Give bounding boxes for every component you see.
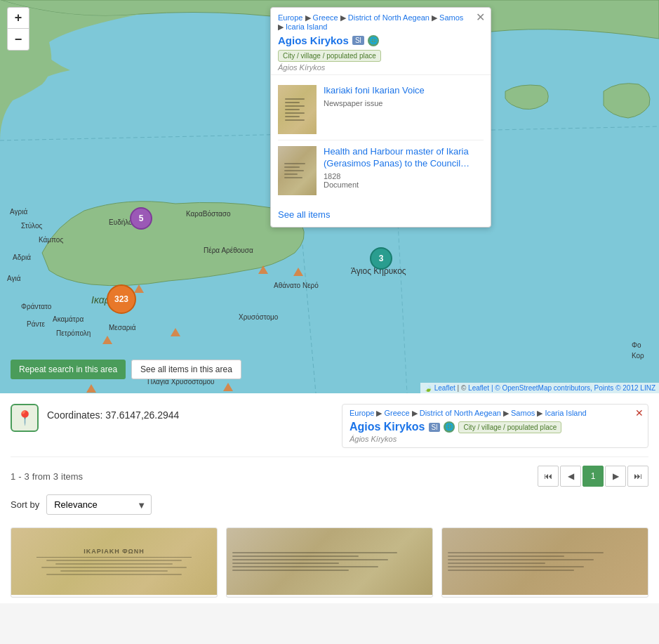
- map-container: Ικαρία Αγριά Στύλος Κάμπος Αδριά Αγιά Φρ…: [0, 0, 659, 393]
- breadcrumb-greece[interactable]: Greece: [313, 13, 338, 22]
- svg-text:Κάμπος: Κάμπος: [39, 236, 63, 244]
- badge-s: Sl: [352, 36, 364, 45]
- map-popup: Europe ▶ Greece ▶ District of North Aege…: [270, 7, 491, 228]
- popup-item-title[interactable]: Health and Harbour master of Ikaria (Ger…: [324, 146, 484, 170]
- loc-breadcrumb-greece[interactable]: Greece: [385, 409, 410, 417]
- svg-text:Στύλος: Στύλος: [21, 222, 43, 230]
- item-card-thumbnail: ΙΚΑΡΙΑΚΗ ΦΩΝΗ: [11, 528, 217, 595]
- popup-item-type: Newspaper issue: [324, 99, 484, 107]
- svg-text:Πέρα Αρέθουσα: Πέρα Αρέθουσα: [204, 247, 253, 254]
- loc-breadcrumb-samos[interactable]: Samos: [511, 409, 535, 417]
- zoom-in-button[interactable]: +: [8, 8, 29, 29]
- popup-see-all-link[interactable]: See all items: [271, 205, 491, 227]
- breadcrumb-europe[interactable]: Europe: [278, 13, 302, 22]
- badge-type: City / village / populated place: [278, 50, 381, 62]
- location-bar: 📍 Coordinates: 37.6147,26.2944 ✕ Europe …: [11, 404, 648, 457]
- svg-text:Αθάνατο Νερό: Αθάνατο Νερό: [274, 282, 319, 289]
- location-detail-breadcrumb: Europe ▶ Greece ▶ District of North Aege…: [350, 409, 641, 418]
- from-label: from: [32, 471, 51, 482]
- results-total: 3: [53, 471, 58, 482]
- pagination-last[interactable]: ⏭: [627, 466, 648, 487]
- svg-text:Ακαμάτρα: Ακαμάτρα: [53, 315, 84, 323]
- location-badge-s: Sl: [429, 423, 441, 432]
- popup-item-info: Ikariaki foni Ikarian Voice Newspaper is…: [324, 85, 484, 134]
- popup-breadcrumb: Europe ▶ Greece ▶ District of North Aege…: [278, 13, 470, 32]
- svg-text:Αγριά: Αγριά: [10, 208, 27, 216]
- items-grid: ΙΚΑΡΙΑΚΗ ΦΩΝΗ: [11, 522, 648, 603]
- cluster-marker-3[interactable]: 3: [370, 247, 392, 270]
- loc-breadcrumb-icaria[interactable]: Icaria Island: [545, 409, 586, 417]
- popup-close-button[interactable]: ✕: [476, 12, 485, 23]
- repeat-search-button[interactable]: Repeat search in this area: [11, 360, 126, 379]
- cluster-marker-323[interactable]: 323: [107, 284, 136, 314]
- location-badge-globe: 🌐: [444, 421, 455, 433]
- location-close-button[interactable]: ✕: [635, 407, 644, 419]
- map-action-buttons: Repeat search in this area See all items…: [11, 360, 241, 379]
- svg-text:Μεσαριά: Μεσαριά: [109, 324, 136, 331]
- pagination: ⏮ ◀ 1 ▶ ⏭: [538, 466, 648, 487]
- item-card[interactable]: ΙΚΑΡΙΑΚΗ ΦΩΝΗ: [11, 527, 218, 598]
- pagination-first[interactable]: ⏮: [538, 466, 559, 487]
- svg-text:Ράντε: Ράντε: [27, 320, 45, 328]
- loc-breadcrumb-europe[interactable]: Europe: [350, 409, 374, 417]
- popup-header: Europe ▶ Greece ▶ District of North Aege…: [271, 8, 491, 75]
- location-badge-type: City / village / populated place: [458, 421, 561, 433]
- svg-text:Αγιά: Αγιά: [7, 275, 21, 282]
- leaflet-link[interactable]: Leaflet: [434, 384, 455, 392]
- range-end: 3: [25, 471, 29, 482]
- location-coords: Coordinates: 37.6147,26.2944: [47, 404, 179, 421]
- location-title[interactable]: Agios Kirykos: [350, 421, 425, 433]
- see-all-items-button[interactable]: See all items in this area: [131, 360, 241, 379]
- popup-item-year: 1828: [324, 172, 484, 180]
- popup-item-type: Document: [324, 180, 484, 189]
- sort-bar: Sort by Relevance Date (newest) Date (ol…: [11, 490, 648, 522]
- popup-item-thumbnail: [278, 85, 317, 134]
- pagination-next[interactable]: ▶: [605, 466, 626, 487]
- sort-label: Sort by: [11, 499, 39, 510]
- svg-text:Χρυσόστομο: Χρυσόστομο: [239, 313, 279, 321]
- popup-item-thumbnail: [278, 146, 317, 195]
- pagination-prev[interactable]: ◀: [560, 466, 581, 487]
- popup-item[interactable]: Health and Harbour master of Ikaria (Ger…: [278, 140, 484, 201]
- popup-items: Ikariaki foni Ikarian Voice Newspaper is…: [271, 75, 491, 205]
- badge-globe: 🌐: [368, 35, 379, 46]
- svg-text:Αδριά: Αδριά: [13, 254, 31, 261]
- cluster-marker-5[interactable]: 5: [130, 207, 152, 230]
- items-label: items: [61, 471, 83, 482]
- zoom-controls: + −: [7, 7, 29, 51]
- popup-item-title[interactable]: Ikariaki foni Ikarian Voice: [324, 85, 484, 97]
- loc-breadcrumb-district[interactable]: District of North Aegean: [420, 409, 501, 417]
- pagination-current[interactable]: 1: [583, 466, 604, 487]
- popup-subtitle: Ágios Kírykos: [278, 63, 470, 72]
- breadcrumb-icaria[interactable]: Icaria Island: [286, 22, 327, 31]
- zoom-out-button[interactable]: −: [8, 29, 29, 50]
- sort-select-wrapper: Relevance Date (newest) Date (oldest) Ti…: [46, 494, 152, 515]
- results-info: 1 - 3 from 3 items: [11, 464, 83, 487]
- item-card[interactable]: [226, 527, 433, 598]
- item-card-thumbnail: [227, 528, 432, 595]
- location-subtitle: Ágios Kírykos: [350, 435, 641, 443]
- svg-text:Φο: Φο: [632, 341, 641, 349]
- map-attribution: 🍃 Leaflet | © Leaflet | © OpenStreetMap …: [420, 383, 659, 393]
- popup-title[interactable]: Agios Kirykos: [278, 34, 349, 46]
- breadcrumb-district[interactable]: District of North Aegean: [348, 13, 430, 22]
- svg-text:Πετρόπολη: Πετρόπολη: [56, 329, 91, 337]
- osm-link[interactable]: Leaflet | © OpenStreetMap contributors, …: [468, 384, 655, 392]
- range-start: 1: [11, 471, 15, 482]
- svg-text:Κορ: Κορ: [632, 352, 644, 360]
- popup-item[interactable]: Ikariaki foni Ikarian Voice Newspaper is…: [278, 79, 484, 140]
- range-sep: -: [18, 471, 21, 482]
- breadcrumb-samos[interactable]: Samos: [439, 13, 463, 22]
- popup-item-info: Health and Harbour master of Ikaria (Ger…: [324, 146, 484, 195]
- svg-text:ΚαραΒόστασο: ΚαραΒόστασο: [186, 210, 231, 218]
- bottom-section: 📍 Coordinates: 37.6147,26.2944 ✕ Europe …: [0, 393, 659, 603]
- item-card-thumbnail: [442, 528, 648, 595]
- svg-text:Φράντατο: Φράντατο: [21, 303, 52, 310]
- sort-select[interactable]: Relevance Date (newest) Date (oldest) Ti…: [46, 494, 152, 515]
- popup-title-row: Agios Kirykos Sl 🌐 City / village / popu…: [278, 34, 470, 62]
- location-icon: 📍: [11, 404, 39, 432]
- item-card[interactable]: [441, 527, 648, 598]
- results-controls: 1 - 3 from 3 items ⏮ ◀ 1 ▶ ⏭: [11, 457, 648, 490]
